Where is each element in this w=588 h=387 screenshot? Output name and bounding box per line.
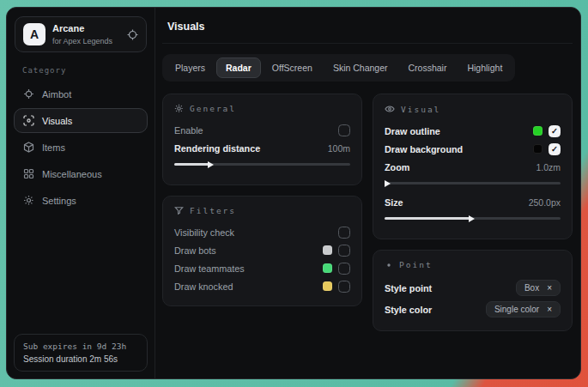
draw-bots-color-swatch[interactable] [323,245,332,255]
draw-knocked-color-swatch[interactable] [323,281,332,291]
main-area: Visuals Players Radar OffScreen Skin Cha… [155,8,580,378]
tab-bar: Players Radar OffScreen Skin Changer Cro… [162,54,515,82]
sidebar-item-label: Miscellaneous [42,169,102,179]
sidebar-item-miscellaneous[interactable]: Miscellaneous [14,161,148,186]
size-label: Size [385,197,403,208]
enable-checkbox[interactable] [338,124,350,136]
draw-knocked-row: Draw knocked [174,277,350,295]
size-row: Size 250.0px [385,193,561,211]
rendering-distance-value: 100m [328,143,350,154]
subscription-info: Sub expires in 9d 23h Session duration 2… [14,334,148,372]
general-panel-title: General [174,104,350,113]
draw-background-color-swatch[interactable] [533,144,543,154]
gear-icon [23,195,34,206]
sidebar-nav: Aimbot Visuals [7,82,155,213]
zoom-label: Zoom [385,162,409,172]
visual-panel-title: Visual [385,104,561,114]
style-point-tag-text: Box [524,283,539,293]
draw-teammates-checkbox[interactable] [338,263,350,275]
visual-panel: Visual Draw outline ✓ Draw background [373,94,573,239]
category-label: Category [22,66,139,75]
sidebar-item-label: Visuals [42,116,72,126]
point-panel-title: Point [385,260,561,269]
enable-label: Enable [174,125,203,136]
draw-teammates-color-swatch[interactable] [323,263,332,273]
right-column: Visual Draw outline ✓ Draw background [373,94,573,331]
eye-scan-icon [23,115,34,126]
box-icon [23,142,34,153]
draw-bots-checkbox[interactable] [338,245,350,257]
app-title-block: Arcane for Apex Legends [52,23,112,45]
tab-players[interactable]: Players [166,57,215,78]
slider-thumb[interactable] [208,161,214,168]
rendering-distance-slider[interactable] [174,163,350,166]
zoom-value: 1.0zm [536,162,561,172]
point-panel: Point Style point Box × Style color [373,250,573,331]
sidebar: A Arcane for Apex Legends Category [7,8,155,378]
panel-grid: General Enable Rendering distance 100m [162,94,573,331]
size-value: 250.0px [529,197,561,208]
tab-offscreen[interactable]: OffScreen [263,57,322,78]
app-window: A Arcane for Apex Legends Category [6,7,581,379]
close-icon[interactable]: × [547,283,552,293]
draw-background-row: Draw background ✓ [385,140,561,158]
draw-background-checkbox[interactable]: ✓ [549,143,561,155]
draw-background-label: Draw background [385,144,463,154]
style-point-select[interactable]: Box × [516,280,561,296]
sub-expiry-text: Sub expires in 9d 23h [23,342,138,351]
dot-icon [385,261,393,269]
sidebar-item-items[interactable]: Items [14,135,148,160]
draw-outline-label: Draw outline [385,126,440,136]
tab-radar[interactable]: Radar [216,57,261,78]
app-subtitle: for Apex Legends [52,37,112,45]
sidebar-item-settings[interactable]: Settings [14,188,148,213]
sidebar-item-aimbot[interactable]: Aimbot [14,82,148,106]
visibility-check-row: Visibility check [174,223,350,241]
close-icon[interactable]: × [547,305,552,314]
check-icon: ✓ [551,127,558,136]
draw-outline-color-swatch[interactable] [533,126,543,136]
style-color-label: Style color [385,305,432,315]
rendering-distance-label: Rendering distance [174,143,260,154]
target-icon[interactable] [127,29,138,40]
enable-row: Enable [174,121,350,139]
session-duration-text: Session duration 2m 56s [23,354,138,364]
style-color-row: Style color Single color × [385,299,561,320]
draw-teammates-label: Draw teammates [174,263,245,274]
slider-thumb[interactable] [469,215,475,222]
left-column: General Enable Rendering distance 100m [162,94,362,306]
draw-outline-checkbox[interactable]: ✓ [549,125,561,137]
size-slider[interactable] [385,217,561,220]
draw-bots-row: Draw bots [174,241,350,259]
crosshair-icon [23,88,34,100]
filters-panel: Filters Visibility check Draw bots [162,196,362,306]
app-header: A Arcane for Apex Legends [15,16,147,52]
zoom-row: Zoom 1.0zm [385,158,561,176]
style-color-select[interactable]: Single color × [486,301,561,317]
app-name: Arcane [52,23,112,34]
sidebar-item-visuals[interactable]: Visuals [14,108,148,133]
style-point-row: Style point Box × [385,277,561,299]
tab-crosshair[interactable]: Crosshair [399,57,457,78]
filters-panel-title: Filters [174,206,350,215]
draw-teammates-row: Draw teammates [174,259,350,277]
check-icon: ✓ [551,145,558,154]
grid-icon [23,168,34,179]
zoom-slider[interactable] [385,182,561,184]
tab-skin-changer[interactable]: Skin Changer [324,57,397,78]
tab-highlight[interactable]: Highlight [458,57,512,78]
visibility-check-checkbox[interactable] [338,227,350,239]
style-color-tag-text: Single color [494,305,539,314]
rendering-distance-row: Rendering distance 100m [174,139,350,157]
eye-icon [385,104,395,114]
funnel-icon [174,206,184,215]
draw-knocked-checkbox[interactable] [338,281,350,293]
sidebar-item-label: Settings [42,196,76,206]
draw-outline-row: Draw outline ✓ [385,122,561,140]
draw-bots-label: Draw bots [174,245,216,256]
slider-thumb[interactable] [385,180,391,187]
page-title: Visuals [162,19,573,44]
draw-knocked-label: Draw knocked [174,281,233,292]
visibility-check-label: Visibility check [174,227,234,238]
general-panel: General Enable Rendering distance 100m [162,94,362,185]
